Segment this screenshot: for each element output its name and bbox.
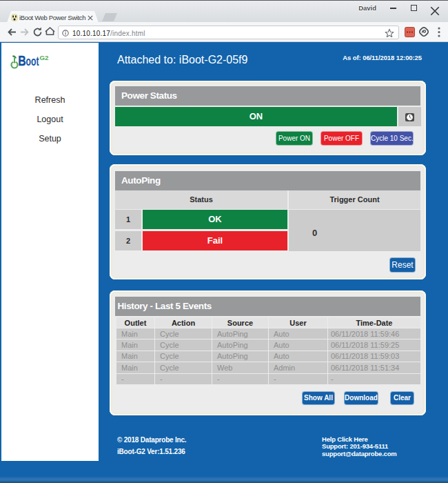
svg-text:B: B xyxy=(18,54,26,68)
svg-text:G2: G2 xyxy=(40,54,49,61)
svg-text:oot: oot xyxy=(26,54,39,68)
